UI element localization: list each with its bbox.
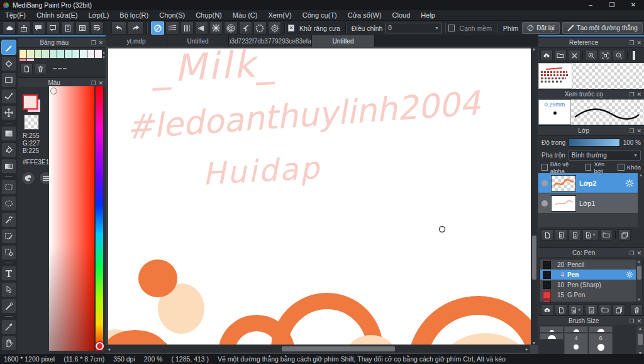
menu-file[interactable]: Tệp(F) [5,11,26,19]
move-tool-button[interactable] [1,105,16,120]
redo-icon[interactable] [128,21,143,35]
layer-row-selected[interactable]: Lớp2 [538,173,638,193]
menu-filter[interactable]: Bộ lọc(R) [119,11,148,19]
clipping-checkbox[interactable]: Xén bớt [586,161,612,174]
antialias-checkbox[interactable]: ✕ [288,25,294,31]
close-icon[interactable]: ✕ [98,80,103,86]
publish-icon[interactable] [17,21,30,35]
popout-icon[interactable]: ❐ [629,318,634,324]
snap-parallel-icon[interactable] [165,21,179,35]
maximize-button[interactable]: ❐ [601,0,623,10]
lock-checkbox[interactable]: Khóa [618,164,641,171]
add-layer-button[interactable] [541,229,553,241]
close-icon[interactable]: ✕ [636,40,641,46]
soft-edge-checkbox[interactable] [448,25,455,31]
palette-swatch[interactable] [87,50,94,58]
gradient-tool-button[interactable] [1,159,16,174]
close-icon[interactable]: ✕ [636,250,641,256]
select-eraser-tool-button[interactable] [1,245,16,260]
popout-icon[interactable]: ❐ [91,40,96,46]
select-rect-tool-button[interactable] [1,179,16,195]
palette-swatch[interactable] [27,50,34,58]
menu-color[interactable]: Màu (C) [233,11,258,19]
eyedropper-tool-button[interactable] [1,319,16,334]
select-pen-tool-button[interactable] [1,229,16,244]
reference-image-area[interactable] [538,63,644,89]
popout-icon[interactable]: ❐ [629,128,634,134]
layer-settings-gear-icon[interactable] [625,179,634,188]
layer-list-scrollbar[interactable]: ▲ [638,173,644,227]
brush-settings-gear-icon[interactable] [626,271,633,278]
snap-concentric-icon[interactable] [224,21,237,35]
adjust-dropdown[interactable]: 0▼ [385,23,442,33]
palette-swatch[interactable] [50,50,57,58]
palette-swatch[interactable] [42,50,49,58]
popout-icon[interactable]: ❐ [629,40,634,46]
tab-document-1[interactable]: yt.mdp [106,35,167,47]
palette-swatch[interactable] [19,50,26,58]
shape-tool-button[interactable] [1,72,16,88]
reference-clear-button[interactable] [568,50,580,61]
palette-swatch[interactable] [27,59,34,61]
brush-row[interactable]: 15 G Pen [540,290,636,300]
magic-wand-tool-button[interactable] [1,212,16,227]
menu-layer[interactable]: Lớp(L) [88,11,109,19]
undo-icon[interactable] [111,21,127,35]
hand-tool-button[interactable] [1,336,16,351]
protect-alpha-checkbox[interactable]: Bảo vệ alpha [541,161,580,174]
reference-open-button[interactable] [554,50,567,61]
palette-swatch[interactable] [57,50,64,58]
make-line-button[interactable]: Tạo một đường thẳng [562,22,643,34]
fill-tool-button[interactable] [1,126,16,141]
sv-picker-marker[interactable] [50,88,57,94]
chat-icon[interactable] [47,21,60,35]
drawing-canvas[interactable]: _Milk_ #ledoanthuylinh2004 Huidap [108,48,531,344]
add-1bit-layer-button[interactable]: 1 [569,229,581,241]
add-8bit-layer-button[interactable]: 8 [555,229,567,241]
saturation-value-box[interactable] [49,86,94,351]
tab-document-4-active[interactable]: Untitled [312,35,375,47]
brush-tool-button[interactable] [1,40,16,55]
brush-row-partial[interactable] [540,300,636,302]
layer-visibility-icon[interactable] [541,180,548,186]
menu-edit[interactable]: Chỉnh sửa(E) [36,11,77,19]
layer-folder-button[interactable] [600,229,613,241]
hue-bar[interactable] [96,86,103,351]
snap-cross-icon[interactable] [180,21,194,35]
snap-vanish-icon[interactable] [195,21,208,35]
brush-size-cell[interactable]: 4 [564,333,588,355]
brush-size-scrollbar[interactable]: ▲▼ [636,326,644,355]
grid-edit-icon[interactable] [91,21,104,35]
bucket-tool-button[interactable] [1,142,16,157]
operation-tool-button[interactable] [1,282,16,297]
comment-icon[interactable] [32,21,45,35]
menu-window[interactable]: Cửa sổ(W) [348,11,382,19]
snap-ellipse-icon[interactable] [253,21,267,35]
brush-folder-button[interactable] [599,304,611,316]
reference-zoom-out-button[interactable] [613,50,625,61]
menu-capture[interactable]: Chụp(N) [196,11,222,19]
menu-tools[interactable]: Công cụ(T) [303,11,337,19]
tab-document-2[interactable]: Untitled [167,35,229,47]
menu-cloud[interactable]: Cloud [392,11,411,19]
popout-icon[interactable]: ❐ [629,91,634,98]
close-button[interactable]: ✕ [623,0,644,10]
palette-swatch[interactable] [19,59,26,61]
menu-view[interactable]: Xem(V) [268,11,291,19]
duplicate-layer-button[interactable] [618,229,631,241]
hue-marker[interactable] [96,342,104,350]
divide-tool-button[interactable] [1,299,16,314]
brush-cloud-button[interactable] [541,304,553,316]
brush-size-cell-partial[interactable] [540,326,564,333]
eraser-tool-button[interactable] [1,56,16,71]
palette-swatch[interactable] [72,50,79,58]
snap-curve-icon[interactable] [239,21,252,35]
blend-dropdown[interactable]: Bình thường▼ [569,150,641,161]
duplicate-brush-button[interactable] [613,304,625,316]
brush-size-cell-partial[interactable] [564,326,588,333]
transparent-color-swatch[interactable] [24,115,39,130]
reference-scrollbar[interactable] [633,51,635,60]
menu-select[interactable]: Chọn(S) [159,11,185,19]
menu-help[interactable]: Help [421,11,435,19]
layer-visibility-icon[interactable] [541,200,548,207]
